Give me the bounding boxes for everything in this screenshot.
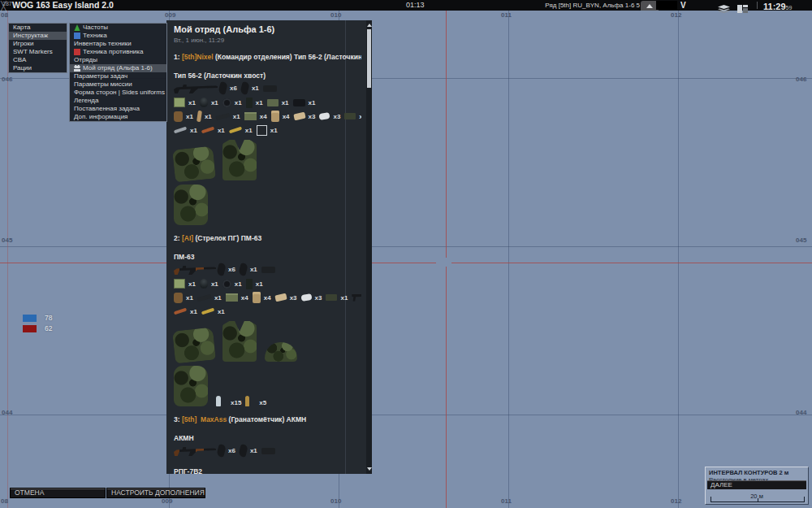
nav-item-0[interactable]: Карта <box>9 24 67 32</box>
briefing-item-9[interactable]: Легенда <box>70 97 166 105</box>
briefing-item-2[interactable]: Инвентарь техники <box>70 40 166 48</box>
member-heading: 2: [AI] (Стрелок ПГ) ПМ-63 <box>174 234 361 242</box>
vehicle-red-icon <box>74 49 80 55</box>
nav-item-3[interactable]: SWT Markers <box>9 48 67 56</box>
map-crosshair-vline <box>446 11 447 258</box>
radio-icon <box>246 98 253 108</box>
briefing-item-3[interactable]: Техника противника <box>70 48 166 56</box>
next-button[interactable]: ДАЛЕЕ <box>707 480 806 489</box>
briefing-item-6[interactable]: Параметры задач <box>70 72 166 80</box>
briefing-item-0[interactable]: Частоты <box>70 24 166 32</box>
wire-red-icon <box>174 308 187 315</box>
columns-icon[interactable] <box>737 2 748 16</box>
configure-addons-button[interactable]: НАСТРОИТЬ ДОПОЛНЕНИЯ <box>106 488 205 498</box>
mag-icon <box>240 81 249 95</box>
item-count: x1 <box>211 99 218 106</box>
mission-title: WOG 163 Easy Island 2.0 <box>12 0 114 11</box>
briefing-item-label: Техника <box>83 32 107 40</box>
grid-label-right: 044 <box>796 409 806 416</box>
item-count: x1 <box>359 113 361 120</box>
weapon-label: РПГ-7В2 <box>174 467 361 474</box>
item-count: x4 <box>283 113 290 120</box>
briefing-item-label: Доп. информация <box>74 113 127 121</box>
member-index: 3: <box>174 415 182 423</box>
briefing-item-label: Поставленная задача <box>74 105 140 113</box>
nav-item-2[interactable]: Игроки <box>9 40 67 48</box>
briefing-menu: ЧастотыТехникаИнвентарь техникиТехника п… <box>69 23 167 122</box>
briefing-item-7[interactable]: Параметры миссии <box>70 80 166 89</box>
briefing-item-label: Отряды <box>74 56 97 64</box>
voice-channel-letter: V <box>680 0 686 11</box>
nav-item-5[interactable]: Рации <box>9 64 67 72</box>
scrollbar-thumb[interactable] <box>367 29 371 88</box>
layers-icon[interactable] <box>718 2 730 16</box>
item-count: x1 <box>256 280 263 288</box>
contour-interval-title: ИНТЕРВАЛ КОНТУРОВ 2 м <box>709 469 788 476</box>
weapon-label: ПМ-63 <box>174 253 361 261</box>
briefing-item-8[interactable]: Форма сторон | Sides uniforms <box>70 89 166 97</box>
item-row: x1x1 <box>174 306 361 317</box>
bipod-icon <box>263 85 277 92</box>
grenade-icon <box>200 98 208 107</box>
item-count: x5 <box>259 399 266 406</box>
rifle56-icon <box>174 83 218 93</box>
squad-member-2: 2: [AI] (Стрелок ПГ) ПМ-63ПМ-63x6x1x1x1x… <box>174 234 361 406</box>
briefing-item-11[interactable]: Доп. информация <box>70 113 166 121</box>
map-crosshair-vline <box>446 267 447 508</box>
briefing-item-1[interactable]: Техника <box>70 32 166 40</box>
white-icon <box>319 112 330 120</box>
briefing-item-10[interactable]: Поставленная задача <box>70 105 166 113</box>
briefing-item-5[interactable]: Мой отряд (Альфа 1-6) <box>70 64 166 72</box>
grid-label-top: 08 <box>1 11 8 19</box>
nav-item-label: SWT Markers <box>13 48 53 56</box>
scroll-down-icon[interactable] <box>366 466 372 472</box>
topbar-divider <box>757 2 758 9</box>
white-icon <box>300 293 312 302</box>
grid-label-bottom: 011 <box>501 497 512 505</box>
patch-icon <box>267 99 279 106</box>
uniform-icon <box>172 145 216 182</box>
wire-red-icon <box>201 127 214 134</box>
nav-item-1[interactable]: Инструктаж <box>9 32 67 40</box>
panel-scrollbar[interactable] <box>366 20 372 474</box>
mag-icon <box>216 444 226 458</box>
wire-yellow-icon <box>229 127 242 134</box>
item-count: x1 <box>186 294 193 302</box>
squad-panel-body: Мой отряд (Альфа 1-6) Вт., 1 июн., 11:29… <box>166 20 361 474</box>
briefing-item-4[interactable]: Отряды <box>70 56 166 64</box>
briefing-item-label: Легенда <box>74 97 98 105</box>
member-name: [5th] MaxAss <box>182 415 227 423</box>
item-row: x15x5 <box>174 366 361 406</box>
vest-icon <box>222 321 257 362</box>
item-count: x1 <box>218 127 225 134</box>
voice-volume-box <box>656 1 677 10</box>
pouch-icon <box>253 292 261 303</box>
item-count: x1 <box>235 280 242 288</box>
grid-label-bottom: 010 <box>330 497 341 505</box>
briefing-item-label: Техника противника <box>83 48 143 56</box>
grid-hline <box>0 246 812 247</box>
item-count: x1 <box>235 99 242 106</box>
legend-swatch <box>23 315 37 322</box>
case-icon <box>344 113 356 119</box>
weapon-label: Тип 56-2 (Ласточкин хвост) <box>174 72 361 80</box>
backpack-icon <box>174 185 208 225</box>
cancel-button[interactable]: ОТМЕНА <box>10 488 106 498</box>
item-count: x1 <box>233 113 240 120</box>
watch-icon <box>222 280 231 289</box>
wire-yellow-icon <box>201 308 214 315</box>
squad-icon <box>74 65 80 72</box>
item-row <box>174 185 361 225</box>
round-brass-icon <box>245 396 249 406</box>
item-count: x1 <box>218 308 225 315</box>
nav-item-label: CBA <box>13 56 26 64</box>
nav-item-4[interactable]: CBA <box>9 56 67 64</box>
scroll-up-icon[interactable] <box>366 22 372 28</box>
item-count: x3 <box>290 294 297 302</box>
item-row <box>174 140 361 180</box>
item-count: x4 <box>260 113 267 120</box>
map-marker-label: 287 <box>2 0 12 7</box>
map-scale-ruler <box>710 497 805 502</box>
grid-label-bottom: 08 <box>1 497 8 505</box>
item-count: x6 <box>230 85 237 92</box>
